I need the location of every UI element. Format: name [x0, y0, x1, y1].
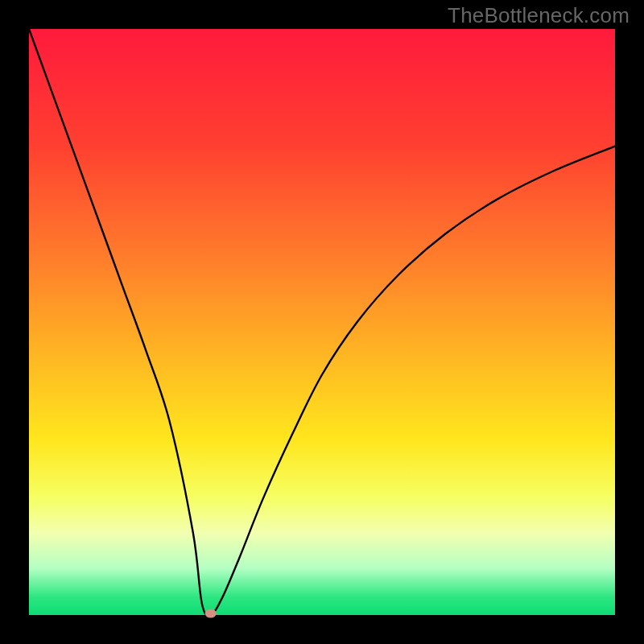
plot-area: [29, 29, 615, 615]
watermark-text: TheBottleneck.com: [448, 3, 630, 28]
bottleneck-chart: [0, 0, 644, 644]
optimum-marker: [205, 609, 217, 618]
chart-frame: TheBottleneck.com: [0, 0, 644, 644]
